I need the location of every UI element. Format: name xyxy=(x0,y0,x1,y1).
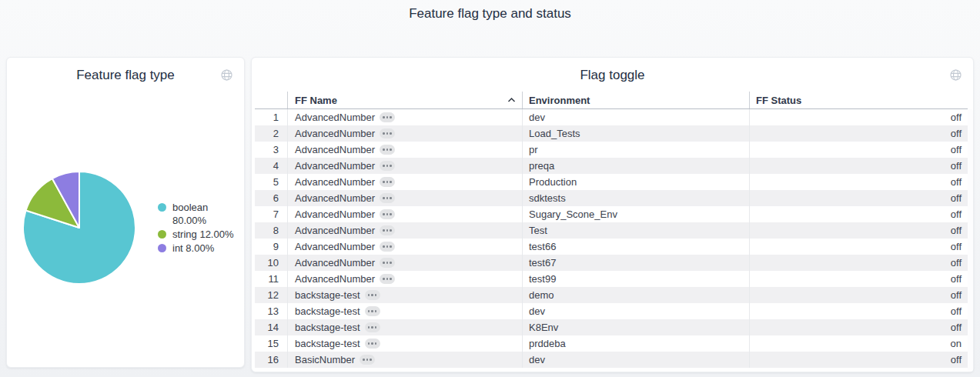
ellipsis-icon[interactable] xyxy=(380,274,395,284)
ff-status-cell: off xyxy=(749,303,968,319)
ff-status-cell: off xyxy=(749,125,968,142)
ff-status-cell: off xyxy=(749,287,968,303)
ff-name: backstage-test xyxy=(295,289,360,301)
ellipsis-icon[interactable] xyxy=(380,193,395,203)
ff-name: AdvancedNumber xyxy=(295,176,375,188)
ellipsis-icon[interactable] xyxy=(380,145,395,155)
panel-feature-flag-type: Feature flag type boolean80.00%string 12… xyxy=(6,57,245,368)
ellipsis-icon[interactable] xyxy=(365,290,380,300)
row-number: 5 xyxy=(255,174,287,190)
table-row: 5AdvancedNumberProductionoff xyxy=(255,174,968,190)
ellipsis-icon[interactable] xyxy=(380,112,395,122)
row-number: 2 xyxy=(255,125,287,142)
ellipsis-icon[interactable] xyxy=(360,355,375,365)
ellipsis-icon[interactable] xyxy=(380,242,395,252)
ellipsis-icon[interactable] xyxy=(380,128,395,138)
column-label: FF Status xyxy=(756,95,801,106)
ff-name-cell: AdvancedNumber xyxy=(287,142,522,158)
ff-status-cell: off xyxy=(749,222,968,239)
panel-flag-toggle: Flag toggle FF Name Environment FF Statu… xyxy=(251,57,974,372)
environment-cell: preqa xyxy=(522,158,749,174)
ff-name-cell: BasicNumber xyxy=(287,352,522,368)
column-label: FF Name xyxy=(295,95,337,106)
ff-name-cell: AdvancedNumber xyxy=(287,109,522,125)
table-row: 2AdvancedNumberLoad_Testsoff xyxy=(255,125,968,142)
ff-status-cell: off xyxy=(749,174,968,190)
row-number: 15 xyxy=(255,335,287,352)
column-label: Environment xyxy=(529,95,590,106)
environment-cell: Sugary_Scone_Env xyxy=(522,206,749,222)
table-row: 12backstage-testdemooff xyxy=(255,287,968,303)
ff-name-cell: AdvancedNumber xyxy=(287,190,522,206)
pie-chart xyxy=(18,166,141,289)
legend-item-int[interactable]: int 8.00% xyxy=(158,242,234,255)
row-number: 12 xyxy=(255,287,287,303)
ellipsis-icon[interactable] xyxy=(365,339,380,349)
row-number: 9 xyxy=(255,239,287,255)
ff-name: AdvancedNumber xyxy=(295,192,375,204)
row-number: 8 xyxy=(255,222,287,239)
page-title: Feature flag type and status xyxy=(0,6,980,22)
panel-title: Flag toggle xyxy=(252,68,973,83)
row-number: 14 xyxy=(255,319,287,335)
column-header-ff-status[interactable]: FF Status xyxy=(749,92,968,108)
legend-item-boolean[interactable]: boolean80.00% xyxy=(158,201,234,227)
ff-name: BasicNumber xyxy=(295,354,355,365)
chevron-up-icon xyxy=(507,97,516,103)
table-header: FF Name Environment FF Status xyxy=(255,92,968,109)
ff-name: AdvancedNumber xyxy=(295,273,375,285)
ellipsis-icon[interactable] xyxy=(380,209,395,219)
environment-cell: dev xyxy=(522,109,749,125)
ellipsis-icon[interactable] xyxy=(380,161,395,171)
environment-cell: Production xyxy=(522,174,749,190)
legend-item-string[interactable]: string 12.00% xyxy=(158,228,234,241)
table-row: 8AdvancedNumberTestoff xyxy=(255,222,968,239)
environment-cell: test67 xyxy=(522,255,749,271)
table-row: 16BasicNumberdevoff xyxy=(255,352,968,368)
column-header-ff-name[interactable]: FF Name xyxy=(287,92,522,108)
row-number: 16 xyxy=(255,352,287,368)
row-number: 6 xyxy=(255,190,287,206)
ff-name-cell: AdvancedNumber xyxy=(287,222,522,239)
globe-icon[interactable] xyxy=(220,68,233,82)
row-number: 10 xyxy=(255,255,287,271)
ff-name: AdvancedNumber xyxy=(295,225,375,236)
ff-status-cell: on xyxy=(749,335,968,352)
ff-name-cell: AdvancedNumber xyxy=(287,271,522,287)
ff-name: backstage-test xyxy=(295,338,360,349)
row-number: 7 xyxy=(255,206,287,222)
table-scrollbar[interactable] xyxy=(968,109,973,372)
table-row: 3AdvancedNumberproff xyxy=(255,142,968,158)
ellipsis-icon[interactable] xyxy=(365,322,380,332)
ff-name-cell: AdvancedNumber xyxy=(287,239,522,255)
ff-status-cell: off xyxy=(749,319,968,335)
environment-cell: pr xyxy=(522,142,749,158)
table-body: 1AdvancedNumberdevoff2AdvancedNumberLoad… xyxy=(255,109,968,372)
row-number: 1 xyxy=(255,109,287,125)
table-row: 13backstage-testdevoff xyxy=(255,303,968,319)
ff-status-cell: off xyxy=(749,255,968,271)
ff-name: backstage-test xyxy=(295,322,360,333)
ff-status-cell: off xyxy=(749,158,968,174)
ff-status-cell: off xyxy=(749,190,968,206)
ellipsis-icon[interactable] xyxy=(380,177,395,187)
ff-status-cell: off xyxy=(749,352,968,368)
table-row: 7AdvancedNumberSugary_Scone_Envoff xyxy=(255,206,968,222)
ellipsis-icon[interactable] xyxy=(380,258,395,268)
environment-cell: Test xyxy=(522,222,749,239)
ellipsis-icon[interactable] xyxy=(380,225,395,235)
column-header-environment[interactable]: Environment xyxy=(522,92,749,108)
ff-status-cell: off xyxy=(749,206,968,222)
row-number-header xyxy=(255,92,287,108)
ellipsis-icon[interactable] xyxy=(365,306,380,316)
environment-cell: K8Env xyxy=(522,319,749,335)
ff-name-cell: backstage-test xyxy=(287,287,522,303)
ff-name-cell: AdvancedNumber xyxy=(287,174,522,190)
panel-title: Feature flag type xyxy=(7,68,244,83)
globe-icon[interactable] xyxy=(949,68,962,82)
row-number: 11 xyxy=(255,271,287,287)
ff-name: AdvancedNumber xyxy=(295,144,375,155)
row-number: 4 xyxy=(255,158,287,174)
row-number: 3 xyxy=(255,142,287,158)
environment-cell: test66 xyxy=(522,239,749,255)
